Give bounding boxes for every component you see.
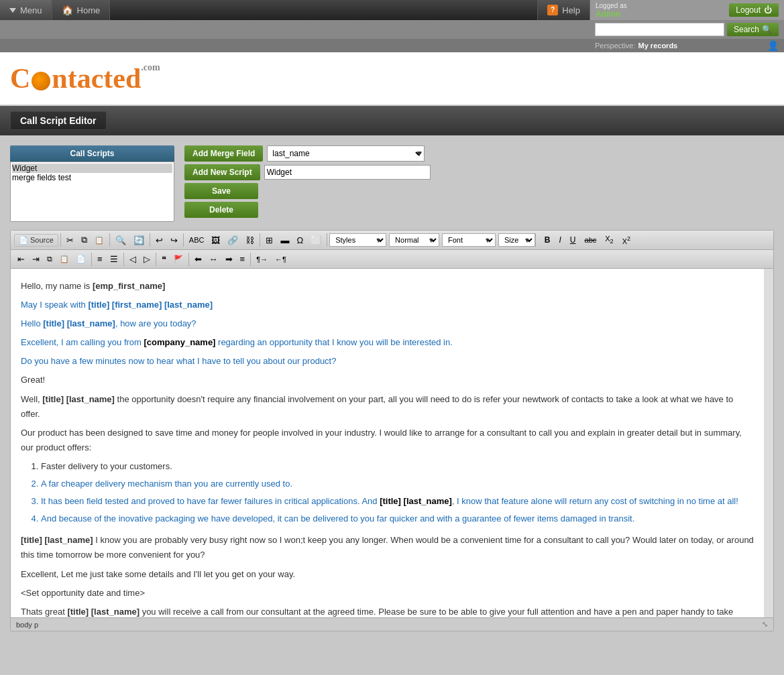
strikethrough-button[interactable]: abc — [581, 234, 601, 246]
source-button[interactable]: 📄 Source — [14, 234, 58, 247]
toolbar-btn-align-right[interactable]: ➡ — [222, 252, 236, 266]
font-select[interactable]: Font Arial Times New Roman Verdana — [442, 233, 496, 247]
toolbar-btn-align-justify[interactable]: ≡ — [237, 252, 249, 266]
toolbar-btn-replace[interactable]: 🔄 — [130, 233, 148, 247]
toolbar-sep9 — [123, 253, 124, 266]
toolbar-btn-decrease-indent[interactable]: ⇤ — [14, 252, 28, 266]
normal-select[interactable]: Normal Heading 1 Heading 2 Heading 3 — [389, 233, 439, 247]
home-button[interactable]: 🏠 Home — [52, 0, 111, 20]
editor-list-item-4: And because of the inovative packaging w… — [41, 511, 754, 526]
editor-line-7: Well, [title] [last_name] the opportunit… — [21, 392, 754, 422]
power-icon: ⏻ — [764, 5, 772, 15]
size-select[interactable]: Size 810121416 — [498, 233, 535, 247]
toolbar-btn-copy[interactable]: ⧉ — [78, 233, 91, 247]
script-actions: Add Merge Field last_name first_name com… — [184, 145, 431, 218]
perspective-icon: 👤 — [767, 40, 779, 51]
menu-button[interactable]: Menu — [0, 0, 52, 20]
toolbar-sep — [60, 233, 61, 247]
call-scripts-panel: Call Scripts Widget merge fields test — [10, 145, 174, 222]
logo: C ntacted.com — [10, 62, 160, 95]
search-button[interactable]: Search 🔍 — [727, 23, 779, 36]
page-title: Call Script Editor — [10, 111, 107, 130]
toolbar-btn-copy2[interactable]: ⧉ — [44, 253, 56, 265]
perspective-value: My records — [638, 42, 678, 50]
add-new-script-button[interactable]: Add New Script — [184, 164, 260, 180]
toolbar-btn-iframe[interactable]: ⬜ — [307, 233, 325, 247]
toolbar-btn-unlink[interactable]: ⛓ — [242, 233, 258, 247]
menu-triangle-icon — [9, 8, 16, 13]
merge-field-select[interactable]: last_name first_name company_name title … — [267, 145, 425, 162]
save-button[interactable]: Save — [184, 183, 258, 199]
scripts-list-item[interactable]: merge fields test — [12, 173, 172, 182]
search-icon: 🔍 — [762, 25, 772, 34]
scripts-list-item[interactable]: Widget — [12, 164, 172, 173]
toolbar-btn-ol[interactable]: ≡ — [94, 252, 106, 266]
toolbar-btn-indent[interactable]: ▷ — [140, 252, 154, 266]
editor-line-1: Hello, my name is [emp_first_name] — [21, 279, 754, 294]
toolbar-sep6 — [327, 233, 327, 247]
editor-line-12: Thats great [title] [last_name] you will… — [21, 605, 754, 617]
toolbar-btn-find[interactable]: 🔍 — [112, 233, 129, 247]
scripts-list[interactable]: Widget merge fields test — [10, 162, 174, 222]
editor-line-11: <Set opportunity date and time> — [21, 586, 754, 601]
bold-button[interactable]: B — [541, 233, 555, 247]
toolbar-btn-align-left[interactable]: ⬅ — [191, 252, 205, 266]
editor-line-6: Great! — [21, 373, 754, 387]
add-merge-field-button[interactable]: Add Merge Field — [184, 145, 263, 162]
toolbar-btn-rtl[interactable]: ←¶ — [272, 253, 290, 265]
toolbar-btn-hline[interactable]: ▬ — [277, 233, 292, 247]
italic-button[interactable]: I — [555, 233, 565, 247]
editor-toolbar-row1: 📄 Source ✂ ⧉ 📋 🔍 🔄 ↩ ↪ ABC 🖼 🔗 ⛓ ⊞ ▬ Ω ⬜ — [11, 231, 773, 250]
perspective-label: Perspective: — [595, 42, 636, 50]
toolbar-btn-table[interactable]: ⊞ — [262, 233, 276, 247]
source-label: Source — [30, 236, 54, 244]
toolbar-sep12 — [250, 253, 251, 266]
logout-label: Logout — [736, 5, 761, 15]
subscript-button[interactable]: X2 — [601, 233, 617, 247]
toolbar-btn-img[interactable]: 🖼 — [208, 233, 223, 247]
resize-icon[interactable]: ⤡ — [762, 620, 768, 629]
editor-list: Faster delivery to your customers. A far… — [21, 459, 754, 526]
toolbar-btn-special[interactable]: Ω — [293, 233, 306, 247]
editor-status-bar: body p ⤡ — [11, 617, 773, 631]
logged-as-label: Logged as — [596, 2, 627, 9]
menu-label: Menu — [20, 5, 42, 15]
logout-button[interactable]: Logout ⏻ — [729, 3, 779, 17]
toolbar-btn-ul[interactable]: ☰ — [107, 252, 121, 266]
toolbar-sep3 — [150, 233, 150, 247]
editor-list-item-2: A far cheaper delivery mechanism than yo… — [41, 477, 754, 491]
superscript-button[interactable]: X2 — [618, 233, 634, 247]
editor-content-area[interactable]: Hello, my name is [emp_first_name] May I… — [11, 269, 773, 617]
source-icon: 📄 — [19, 236, 28, 245]
editor-toolbar-row2: ⇤ ⇥ ⧉ 📋 📄 ≡ ☰ ◁ ▷ ❝ 🚩 ⬅ ↔ ➡ ≡ ¶→ ←¶ — [11, 250, 773, 269]
toolbar-btn-ltr[interactable]: ¶→ — [253, 253, 271, 265]
delete-button[interactable]: Delete — [184, 202, 258, 218]
toolbar-btn-outdent[interactable]: ◁ — [126, 252, 139, 266]
editor-line-3: Hello [title] [last_name], how are you t… — [21, 316, 754, 331]
toolbar-btn-increase-indent[interactable]: ⇥ — [29, 252, 43, 266]
toolbar-btn-paste-text[interactable]: 📄 — [73, 253, 89, 265]
toolbar-btn-redo[interactable]: ↪ — [167, 233, 181, 247]
help-button[interactable]: ? Help — [537, 0, 590, 20]
merge-emp-first-name: [emp_first_name] — [93, 281, 165, 291]
toolbar-btn-link[interactable]: 🔗 — [224, 233, 241, 247]
toolbar-btn-blockquote[interactable]: ❝ — [158, 252, 170, 266]
toolbar-btn-undo[interactable]: ↩ — [152, 233, 166, 247]
call-scripts-header: Call Scripts — [10, 145, 174, 162]
search-label: Search — [734, 25, 759, 34]
toolbar-sep8 — [91, 253, 92, 266]
script-name-input[interactable] — [264, 165, 431, 180]
styles-select[interactable]: Styles Heading 1 Heading 2 Paragraph — [329, 233, 386, 247]
underline-button[interactable]: U — [566, 233, 580, 247]
toolbar-btn-paste2[interactable]: 📋 — [56, 253, 72, 265]
editor-line-8: Our product has been designed to save ti… — [21, 426, 754, 455]
toolbar-btn-paste[interactable]: 📋 — [91, 234, 107, 247]
toolbar-btn-spell[interactable]: ABC — [186, 234, 208, 246]
toolbar-btn-cut[interactable]: ✂ — [63, 233, 77, 247]
toolbar-btn-removeformat[interactable]: 🚩 — [170, 253, 186, 265]
editor-container: 📄 Source ✂ ⧉ 📋 🔍 🔄 ↩ ↪ ABC 🖼 🔗 ⛓ ⊞ ▬ Ω ⬜ — [10, 230, 774, 631]
search-input[interactable] — [595, 23, 724, 36]
editor-list-item-1: Faster delivery to your customers. — [41, 459, 754, 474]
editor-status-tags: body p — [16, 621, 38, 629]
toolbar-btn-align-center[interactable]: ↔ — [206, 252, 221, 266]
